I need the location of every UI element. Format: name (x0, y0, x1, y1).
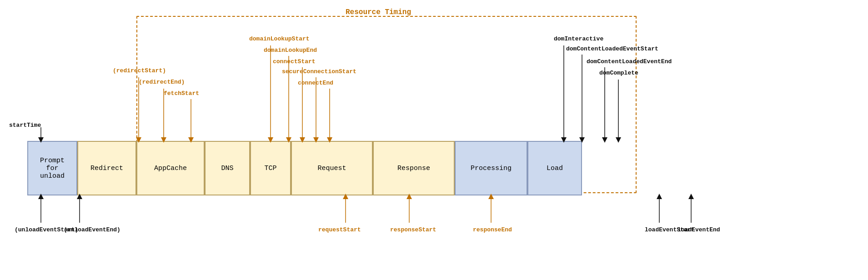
block-redirect: Redirect (77, 141, 136, 195)
block-load: Load (527, 141, 582, 195)
blocks-row: Promptforunload Redirect AppCache DNS TC… (27, 141, 582, 195)
label-requestStart: requestStart (318, 226, 361, 233)
label-responseStart: responseStart (390, 226, 436, 233)
block-tcp: TCP (250, 141, 291, 195)
label-domInteractive: domInteractive (554, 35, 603, 42)
label-domainLookupEnd: domainLookupEnd (264, 47, 317, 54)
label-fetchStart: fetchStart (164, 90, 199, 97)
block-appcache: AppCache (136, 141, 205, 195)
label-unloadEventEnd: (unloadEventEnd) (64, 226, 120, 233)
block-dns: DNS (205, 141, 250, 195)
block-request: Request (291, 141, 373, 195)
label-domComplete: domComplete (599, 70, 638, 76)
block-prompt: Promptforunload (27, 141, 77, 195)
label-domainLookupStart: domainLookupStart (249, 35, 310, 42)
label-redirectEnd: (redirectEnd) (139, 79, 185, 85)
label-domContentLoadedEventStart: domContentLoadedEventStart (566, 45, 658, 52)
block-processing: Processing (455, 141, 527, 195)
label-domContentLoadedEventEnd: domContentLoadedEventEnd (587, 58, 672, 65)
block-response: Response (373, 141, 455, 195)
label-secureConnectionStart: secureConnectionStart (282, 68, 356, 75)
diagram-container: Resource Timing Promptforunload Redirect… (0, 0, 868, 280)
resource-timing-label: Resource Timing (346, 8, 411, 16)
label-startTime: startTime (9, 122, 41, 129)
label-connectStart: connectStart (273, 58, 316, 65)
label-redirectStart: (redirectStart) (113, 67, 166, 74)
label-loadEventEnd: loadEventEnd (677, 226, 720, 233)
label-responseEnd: responseEnd (473, 226, 512, 233)
label-connectEnd: connectEnd (298, 80, 333, 86)
